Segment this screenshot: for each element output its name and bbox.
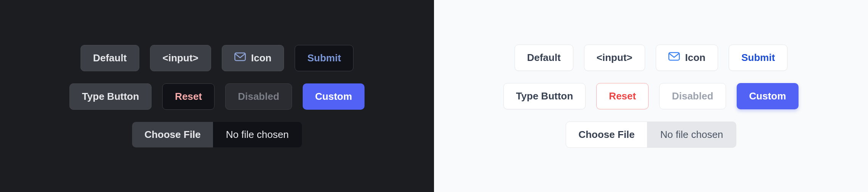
input-button-label: <input> xyxy=(163,52,198,64)
reset-button[interactable]: Reset xyxy=(596,83,649,109)
disabled-button: Disabled xyxy=(659,83,726,109)
file-status-label: No file chosen xyxy=(647,122,736,148)
submit-button-label: Submit xyxy=(307,52,341,64)
input-button[interactable]: <input> xyxy=(150,45,211,71)
submit-button[interactable]: Submit xyxy=(729,45,787,71)
reset-button-label: Reset xyxy=(609,90,636,102)
submit-button-label: Submit xyxy=(741,52,775,64)
type-button-label: Type Button xyxy=(516,90,573,102)
icon-button[interactable]: Icon xyxy=(656,45,718,71)
disabled-button-label: Disabled xyxy=(672,90,713,102)
custom-button[interactable]: Custom xyxy=(737,83,799,109)
file-row: Choose File No file chosen xyxy=(132,122,302,147)
icon-button-label: Icon xyxy=(685,52,705,64)
svg-rect-1 xyxy=(669,53,679,60)
custom-button[interactable]: Custom xyxy=(303,83,365,110)
type-button-label: Type Button xyxy=(82,91,139,102)
icon-button[interactable]: Icon xyxy=(222,45,284,71)
reset-button[interactable]: Reset xyxy=(162,83,215,110)
custom-button-label: Custom xyxy=(749,90,786,102)
default-button-label: Default xyxy=(527,52,561,64)
input-button-label: <input> xyxy=(597,52,632,64)
svg-rect-0 xyxy=(235,53,245,61)
button-row-1: Default <input> Icon Submit xyxy=(515,45,788,71)
input-button[interactable]: <input> xyxy=(584,45,645,71)
default-button-label: Default xyxy=(93,52,127,64)
disabled-button-label: Disabled xyxy=(238,91,279,102)
type-button[interactable]: Type Button xyxy=(503,83,586,109)
type-button[interactable]: Type Button xyxy=(69,83,152,110)
submit-button[interactable]: Submit xyxy=(295,45,353,71)
mail-icon xyxy=(668,52,680,64)
button-row-2: Type Button Reset Disabled Custom xyxy=(503,83,799,109)
default-button[interactable]: Default xyxy=(81,45,139,71)
choose-file-button[interactable]: Choose File xyxy=(132,122,213,147)
disabled-button: Disabled xyxy=(225,83,292,110)
dark-theme-panel: Default <input> Icon Submit Type Button … xyxy=(0,0,434,192)
button-row-2: Type Button Reset Disabled Custom xyxy=(69,83,365,110)
file-status-label: No file chosen xyxy=(213,122,302,147)
reset-button-label: Reset xyxy=(175,91,202,102)
choose-file-label: Choose File xyxy=(578,129,634,140)
choose-file-button[interactable]: Choose File xyxy=(566,122,647,148)
choose-file-label: Choose File xyxy=(144,129,200,140)
file-input[interactable]: Choose File No file chosen xyxy=(132,122,302,147)
icon-button-label: Icon xyxy=(251,52,271,64)
mail-icon xyxy=(234,52,246,64)
file-input[interactable]: Choose File No file chosen xyxy=(566,122,736,148)
light-theme-panel: Default <input> Icon Submit Type Button … xyxy=(434,0,868,192)
button-row-1: Default <input> Icon Submit xyxy=(81,45,354,71)
default-button[interactable]: Default xyxy=(515,45,573,71)
custom-button-label: Custom xyxy=(315,91,352,102)
file-row: Choose File No file chosen xyxy=(566,122,736,148)
